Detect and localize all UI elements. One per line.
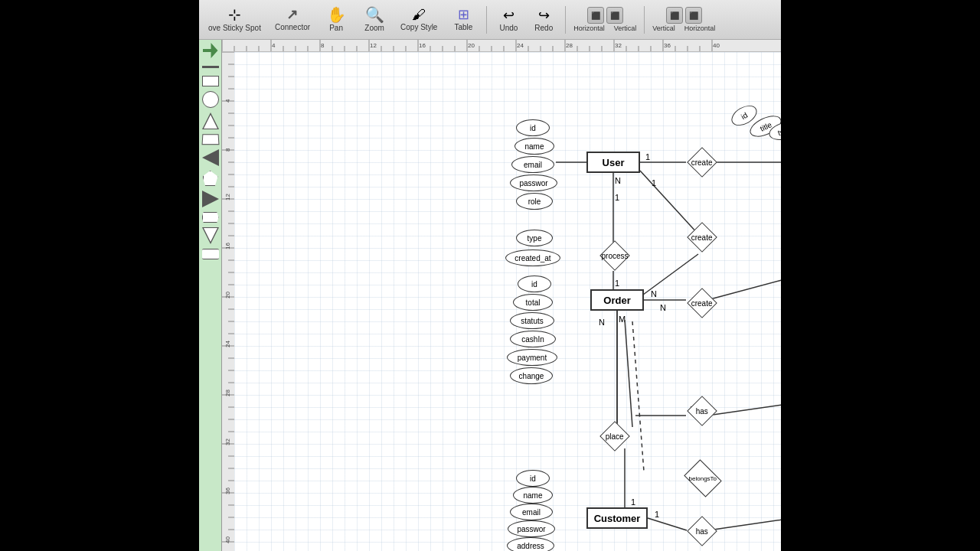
pan-icon: ✋ [327,7,346,22]
shape-bracket [202,249,219,259]
shape-para [201,134,219,145]
left-black-bar [0,0,199,551]
erd-area[interactable]: 1 M N 1 [234,52,781,551]
relation-place-label: place [606,432,624,441]
attr-order-total: total [513,294,553,311]
pan-button[interactable]: ✋ Pan [318,4,354,35]
attr-user-role: role [516,193,553,210]
attr-order-payment: payment [507,349,557,366]
svg-line-32 [625,320,632,427]
panel-line-1 [202,66,219,68]
main-area: ⊹ ove Sticky Spot ↗ Connector ✋ Pan 🔍 Zo… [199,0,781,551]
copy-style-button[interactable]: 🖌 Copy Style [394,5,443,34]
entity-order-label: Order [603,295,630,306]
entity-customer[interactable]: Customer [586,507,648,529]
svg-text:N: N [660,303,666,312]
pan-label: Pan [329,24,343,32]
table-icon: ⊞ [458,8,469,21]
align-label-3: Vertical [652,24,675,32]
svg-text:1: 1 [631,497,635,507]
svg-text:1: 1 [655,510,659,519]
redo-button[interactable]: ↪ Redo [527,4,560,35]
table-button[interactable]: ⊞ Table [445,5,482,34]
undo-icon: ↩ [503,7,514,24]
svg-line-36 [648,518,687,530]
svg-line-33 [632,321,644,471]
ruler-top [222,40,781,52]
relation-create-order-item: create [687,288,717,318]
entity-customer-label: Customer [594,513,641,524]
shape-triangle-dn [202,227,219,244]
align-vertical-2-button[interactable]: ⬛ [666,7,683,24]
undo-button[interactable]: ↩ Undo [492,4,525,35]
right-black-bar [781,0,980,551]
attr-user-password: passwor [510,174,557,191]
attr-customer-password: passwor [508,520,555,537]
zoom-icon: 🔍 [365,7,384,22]
relation-has-order-meal: has [687,396,717,426]
relation-has-2-label: has [696,407,708,416]
attr-customer-name: name [513,487,553,504]
attr-customer-address: address [507,537,554,551]
entity-order[interactable]: Order [590,289,644,311]
attr-order-status: statuts [510,312,554,329]
shape-arrow-r [202,149,219,166]
attr-order-id: id [518,276,551,292]
svg-line-21 [707,403,781,416]
toolbar-separator-3 [644,6,645,34]
attr-order-type: type [516,230,553,246]
align-horizontal-button[interactable]: ⬛ [587,7,604,24]
entity-user-label: User [603,157,625,168]
toolbar: ⊹ ove Sticky Spot ↗ Connector ✋ Pan 🔍 Zo… [199,0,781,40]
shape-rect [202,76,219,86]
attr-customer-email: email [510,504,553,520]
entity-user[interactable]: User [586,152,640,173]
table-label: Table [454,23,472,31]
align-vertical-button[interactable]: ⬛ [606,7,623,24]
content-area: 1 M N 1 [199,40,781,551]
relation-create-3-label: create [691,299,713,308]
attr-user-id: id [516,119,550,136]
svg-text:1: 1 [645,152,650,161]
relation-process-label: process [601,252,628,260]
relation-belongs-label: belongsTo [689,474,717,481]
svg-text:N: N [599,318,605,327]
relation-has-4-label: has [696,527,708,536]
copy-style-icon: 🖌 [412,8,426,21]
relation-create-user-menu: create [687,147,717,178]
attr-order-created-at: created_at [505,249,560,266]
svg-text:1: 1 [652,178,656,187]
zoom-label: Zoom [364,24,384,32]
connector-button[interactable]: ↗ Connector [269,5,316,34]
relation-belongs-to: belongsTo [684,459,721,497]
attr-customer-id: id [516,470,550,487]
align-label-2: Vertical [614,24,637,32]
align-horizontal-2-button[interactable]: ⬛ [685,7,702,24]
diagram-canvas[interactable]: 1 M N 1 [222,40,781,551]
attr-order-change: change [510,367,553,384]
zoom-button[interactable]: 🔍 Zoom [356,4,393,35]
relation-place: place [599,421,630,452]
toolbar-separator-1 [486,6,487,34]
svg-text:1: 1 [615,279,619,288]
svg-line-9 [640,171,698,234]
relation-create-1-label: create [691,158,713,167]
copy-style-label: Copy Style [400,23,437,31]
align-label-4: Horizontal [684,24,716,32]
align-label-1: Horizontal [573,24,605,32]
panel-arrow-icon [203,43,218,58]
svg-line-13 [707,277,781,300]
shape-triangle [202,112,219,129]
shape-penta [203,171,218,186]
redo-icon: ↪ [538,7,550,24]
connector-label: Connector [275,23,310,31]
redo-label: Redo [534,24,553,32]
attr-order-cashin: cashIn [510,331,556,347]
undo-label: Undo [499,24,518,32]
relation-process: process [599,240,630,271]
attr-user-email: email [511,156,554,173]
canvas-body: 1 M N 1 [222,52,781,551]
svg-text:N: N [651,289,657,298]
move-sticky-spot-button[interactable]: ⊹ ove Sticky Spot [202,4,267,35]
shape-circle [202,91,219,108]
